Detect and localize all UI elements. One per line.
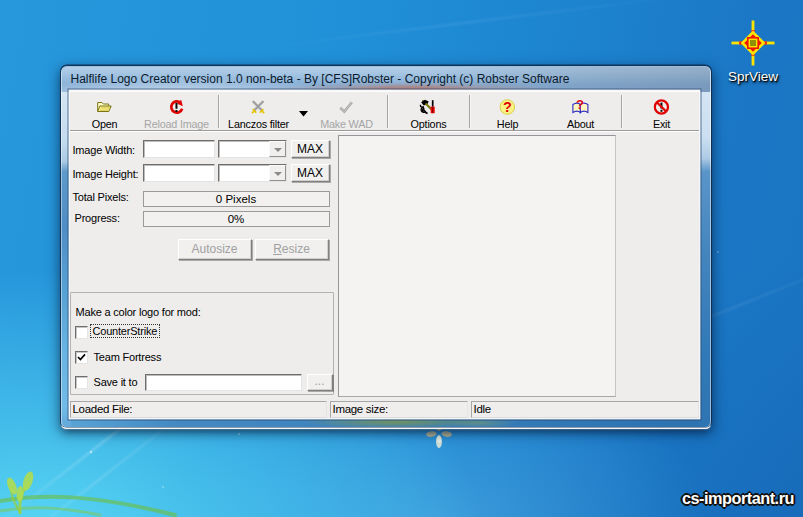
svg-text:?: ? (576, 99, 584, 112)
svg-text:?: ? (503, 99, 512, 115)
